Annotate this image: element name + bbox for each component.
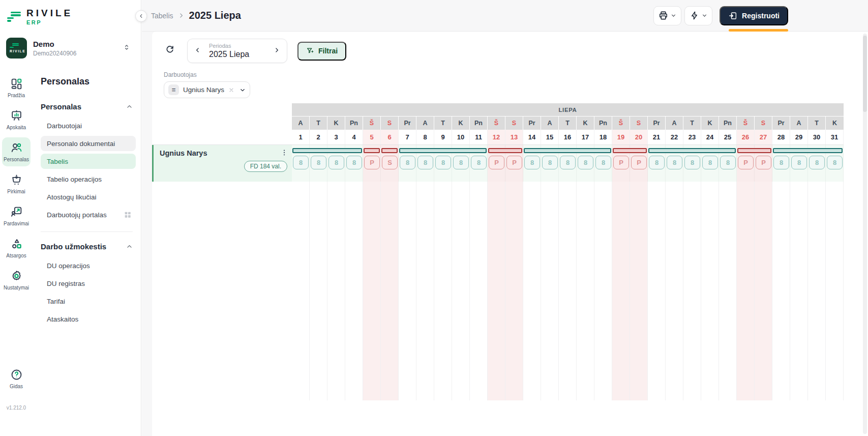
timesheet-day-cell[interactable]: 8 [827,156,843,169]
weekday-letter: S [630,117,648,130]
month-band: LIEPA [292,103,844,117]
clear-icon[interactable] [228,87,234,93]
timesheet-day-cell[interactable]: 8 [311,156,326,169]
nav-rail-item-personalas[interactable]: Personalas [2,137,31,166]
day-number: 28 [772,130,790,144]
body-day-column [434,182,452,400]
timesheet-day-cell[interactable]: 8 [453,156,469,169]
timesheet-day-cell[interactable]: 8 [702,156,718,169]
nav-rail-item-pardavimai[interactable]: Pardavimai [2,201,31,230]
timesheet-day-cell[interactable]: 8 [578,156,593,169]
timesheet-day-cell[interactable]: 8 [667,156,682,169]
timesheet-day-cell[interactable]: 8 [649,156,665,169]
menu-item-darbuotojai[interactable]: Darbuotojai [41,118,136,133]
timesheet-day-cell[interactable]: 8 [328,156,344,169]
timesheet-day-cell[interactable]: 8 [809,156,825,169]
menu-item-tabelio-operacijos[interactable]: Tabelio operacijos [41,171,136,187]
chevron-up-icon [126,243,133,250]
body-day-column [292,182,310,400]
nav-rail-label: Pardavimai [4,221,29,226]
panel-title: Personalas [41,76,136,87]
scrollbar-thumb[interactable] [863,36,867,112]
menu-section-header[interactable]: Personalas [41,102,133,111]
weekday-letter: Pr [648,117,666,130]
day-number: 7 [399,130,416,144]
nav-rail-item-pirkimai[interactable]: Pirkimai [2,169,31,198]
menu-item-tabelis[interactable]: Tabelis [41,154,136,169]
timesheet-day-cell[interactable]: P [613,156,629,169]
body-day-column [772,182,790,400]
sidebar-body: PradžiaApskaitaPersonalasPirkimaiPardavi… [0,67,141,436]
timesheet-day-cell[interactable]: P [738,156,754,169]
topbar: Tabelis 2025 Liepa Registruoti [142,0,868,32]
timesheet-day-cell[interactable]: S [382,156,398,169]
actions-button[interactable] [684,6,712,25]
timesheet-day-cell[interactable]: 8 [400,156,415,169]
company-logo: RIVILE [6,38,27,59]
timesheet-day-cell[interactable]: P [489,156,504,169]
menu-item-atostogų-likučiai[interactable]: Atostogų likučiai [41,189,136,205]
weekday-letter: Pr [772,117,790,130]
filters-button[interactable]: Filtrai [297,42,346,61]
previous-period-button[interactable] [194,46,201,55]
timesheet-day-cell[interactable]: 8 [293,156,309,169]
timesheet-day-cell[interactable]: 8 [684,156,700,169]
nav-rail-item-apskaita[interactable]: Apskaita [2,105,31,134]
menu-item-label: Tarifai [47,298,65,305]
timesheet-day-cell[interactable]: 8 [471,156,487,169]
timesheet-day-cell[interactable]: 8 [346,156,362,169]
timesheet-day-cell[interactable]: 8 [773,156,789,169]
primary-nav-rail: PradžiaApskaitaPersonalasPirkimaiPardavi… [0,67,33,436]
body-day-column [452,182,470,400]
breadcrumb[interactable]: Tabelis [151,12,173,20]
timesheet-day-cell[interactable]: 8 [720,156,736,169]
table-body-spacer [152,182,292,400]
nav-rail-item-atsargos[interactable]: Atsargos [2,234,31,263]
sidebar-collapse-button[interactable] [135,10,147,22]
unfold-icon[interactable] [123,43,131,53]
refresh-icon [165,45,175,57]
chevron-down-icon[interactable] [240,87,246,93]
timesheet-day-cell[interactable]: 8 [417,156,433,169]
chevron-down-icon [702,13,707,18]
day-number: 10 [452,130,470,144]
body-day-column [808,182,826,400]
body-day-column [790,182,808,400]
body-day-column [648,182,666,400]
timesheet-day-cell[interactable]: 8 [524,156,540,169]
timesheet-day-cell[interactable]: 8 [560,156,576,169]
nav-rail-item-gidas[interactable]: Gidas [2,365,31,392]
menu-item-du-operacijos[interactable]: DU operacijos [41,258,136,273]
menu-item-tarifai[interactable]: Tarifai [41,294,136,309]
timesheet-day-cell[interactable]: 8 [435,156,451,169]
nav-rail-item-pradžia[interactable]: Pradžia [2,73,31,102]
day-number: 6 [381,130,399,144]
sidebar: RIVILE ERP RIVILE Demo Demo20240906 Prad… [0,0,141,436]
timesheet-day-cell[interactable]: 8 [791,156,807,169]
nav-rail-item-nustatymai[interactable]: Nustatymai [2,266,31,295]
timesheet-day-cell[interactable]: 8 [542,156,558,169]
timesheet-day-cell[interactable]: P [631,156,647,169]
register-button[interactable]: Registruoti [720,6,788,25]
next-period-button[interactable] [274,46,280,55]
print-button[interactable] [653,6,681,25]
weekday-letter: T [559,117,577,130]
period-selector[interactable]: Periodas 2025 Liepa [187,39,287,63]
menu-item-personalo-dokumentai[interactable]: Personalo dokumentai [41,136,136,151]
timesheet-day-cell[interactable]: P [364,156,380,169]
refresh-button[interactable] [163,44,176,57]
employee-filter-pill[interactable]: = Ugnius Narys [164,81,250,98]
timesheet-table: LIEPA ATKPnŠSPrATKPnŠSPrATKPnŠSPrATKPnŠS… [152,103,844,400]
menu-item-darbuotojų-portalas[interactable]: Darbuotojų portalas [41,207,136,222]
menu-item-ataskaitos[interactable]: Ataskaitos [41,311,136,327]
timesheet-day-cell[interactable]: P [506,156,522,169]
timesheet-day-cell[interactable]: P [756,156,771,169]
company-switcher[interactable]: RIVILE Demo Demo20240906 [6,38,135,59]
menu-section-header[interactable]: Darbo užmokestis [41,242,133,251]
worked-hours-badge: FD 184 val. [244,161,287,172]
kebab-menu-icon[interactable] [280,149,288,157]
timesheet-day-cell[interactable]: 8 [595,156,611,169]
brand-logo[interactable]: RIVILE ERP [0,0,141,25]
printer-icon [659,11,668,20]
menu-item-du-registras[interactable]: DU registras [41,276,136,291]
